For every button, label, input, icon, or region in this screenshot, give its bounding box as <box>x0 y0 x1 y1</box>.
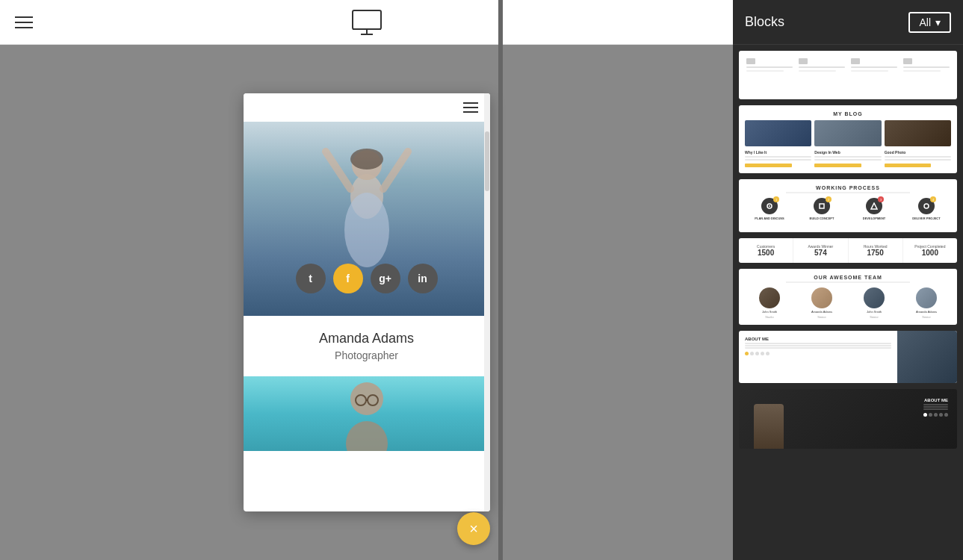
stats-col-1: Customers 1500 <box>739 238 793 263</box>
top-bar <box>0 0 733 45</box>
blog-col-3: Good Photo <box>885 150 951 167</box>
team-member-3: John Smith Senior <box>849 287 899 319</box>
block-card-working-process[interactable]: WORKING PROCESS 1 PLAN AND DISCUSS <box>739 179 957 232</box>
blog-col-2: Design In Web <box>814 150 881 167</box>
about-split-right-img <box>897 331 957 383</box>
block-card-about-dark[interactable]: ABOUT ME <box>739 389 957 449</box>
dev-icon <box>851 58 860 64</box>
team-role-1: Studio <box>765 315 773 319</box>
profile-section: Amanda Adams Photographer <box>244 316 490 376</box>
svg-point-16 <box>769 205 770 207</box>
block-line-sm <box>903 70 941 72</box>
team-role-3: Senior <box>870 315 879 319</box>
about-dark-line <box>923 408 948 410</box>
stats-num-4: 1000 <box>906 249 954 257</box>
blocks-panel-header: Blocks All ▾ <box>733 0 963 45</box>
wp-label-4: DELIVER PROJECT <box>912 217 940 220</box>
about-split-left: ABOUT ME <box>739 331 897 383</box>
team-name-1: John Smith <box>762 310 777 314</box>
block-line <box>799 66 845 68</box>
blog-images-row <box>745 120 951 146</box>
stats-num-2: 574 <box>796 249 844 257</box>
blog-subtitle-3: Good Photo <box>885 150 951 155</box>
blog-btn-2 <box>814 164 861 167</box>
stats-col-2: Awards Winner 574 <box>793 238 848 263</box>
about-dark-text: ABOUT ME <box>923 398 948 417</box>
dark-dot-2 <box>929 413 932 417</box>
block-line <box>851 66 897 68</box>
dot-4 <box>761 352 764 355</box>
block-col-4 <box>903 58 950 92</box>
team-member-2: Amanda Adams Senior <box>797 287 846 319</box>
dot-3 <box>755 352 759 355</box>
team-name-2: Amanda Adams <box>811 310 832 314</box>
block-card-blog[interactable]: MY BLOG Why I Like It Design In Web <box>739 105 957 173</box>
dark-dot-3 <box>934 413 938 417</box>
person-preview-bg <box>244 376 490 451</box>
about-line <box>745 343 891 344</box>
facebook-social-btn[interactable]: f <box>333 264 363 293</box>
frame-scrollbar-thumb <box>485 131 489 191</box>
close-fab-button[interactable]: × <box>457 512 490 545</box>
dot-1 <box>745 352 749 355</box>
svg-point-9 <box>344 193 389 267</box>
block-card-about-split[interactable]: ABOUT ME <box>739 331 957 383</box>
block-col-3 <box>851 58 897 92</box>
dot-5 <box>766 352 770 355</box>
stats-col-4: Project Completed 1000 <box>903 238 957 263</box>
plan-icon <box>746 58 755 64</box>
hero-image: t f g+ in <box>244 122 490 316</box>
blocks-filter-dropdown[interactable]: All ▾ <box>908 12 951 33</box>
team-avatar-2 <box>811 287 832 308</box>
blog-col-1: Why I Like It <box>745 150 811 167</box>
blog-texts-row: Why I Like It Design In Web Good Photo <box>745 150 951 167</box>
wp-badge-3: 3 <box>878 196 884 202</box>
working-process-subtitle <box>786 192 910 193</box>
block-line <box>746 66 793 68</box>
linkedin-social-btn[interactable]: in <box>408 264 438 293</box>
blog-subtitle-1: Why I Like It <box>745 150 811 155</box>
wp-col-4: 4 DELIVER PROJECT <box>902 198 951 226</box>
blog-line <box>885 156 951 158</box>
stats-num-3: 1750 <box>852 249 899 257</box>
svg-rect-17 <box>820 204 824 208</box>
block-card-stats[interactable]: Customers 1500 Awards Winner 574 Hours W… <box>739 238 957 263</box>
team-name-3: John Smith <box>867 310 882 314</box>
wp-circle-1: 1 <box>761 198 778 214</box>
mobile-hamburger-icon <box>463 102 478 113</box>
mobile-preview-frame: t f g+ in Amanda Adams Photographer <box>244 93 490 511</box>
googleplus-social-btn[interactable]: g+ <box>371 264 400 293</box>
hamburger-menu-icon[interactable] <box>15 16 33 28</box>
stats-num-1: 1500 <box>742 249 790 257</box>
team-subtitle-line <box>786 281 910 283</box>
team-avatar-4 <box>916 287 937 308</box>
block-card-plan-discuss[interactable] <box>739 51 957 99</box>
block-line-sm <box>851 70 888 72</box>
blog-img-3 <box>885 120 951 146</box>
deliver-icon <box>903 58 912 64</box>
dropdown-arrow-icon: ▾ <box>935 16 941 28</box>
about-line <box>745 345 891 346</box>
blog-line <box>814 159 881 161</box>
blocks-panel: Blocks All ▾ <box>733 0 963 560</box>
team-member-1: John Smith Studio <box>745 287 794 319</box>
block-line-sm <box>799 70 836 72</box>
blog-line <box>745 156 811 158</box>
team-member-4: Amanda Adams Senior <box>902 287 951 319</box>
about-dots <box>745 352 891 355</box>
blog-img-2 <box>814 120 881 146</box>
monitor-icon <box>352 10 382 35</box>
panel-resize-handle[interactable] <box>498 0 503 560</box>
dark-dot-4 <box>939 413 943 417</box>
blog-subtitle-2: Design In Web <box>814 150 881 155</box>
about-dark-line <box>923 406 948 408</box>
blocks-panel-title: Blocks <box>745 14 784 30</box>
svg-rect-19 <box>924 204 929 208</box>
team-avatar-1 <box>759 287 780 308</box>
svg-point-11 <box>346 421 388 451</box>
dark-dot-5 <box>944 413 948 417</box>
twitter-social-btn[interactable]: t <box>296 264 326 293</box>
block-card-team[interactable]: OUR AWESOME TEAM John Smith Studio Amand… <box>739 269 957 325</box>
wp-badge-4: 4 <box>930 196 936 202</box>
frame-scrollbar[interactable] <box>484 93 490 511</box>
